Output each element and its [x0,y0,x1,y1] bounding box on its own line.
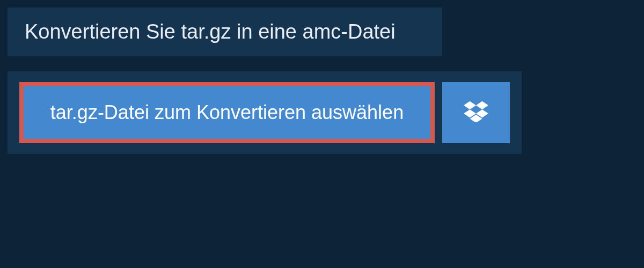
select-file-button[interactable]: tar.gz-Datei zum Konvertieren auswählen [19,82,435,143]
page-container: Konvertieren Sie tar.gz in eine amc-Date… [0,0,644,154]
page-title: Konvertieren Sie tar.gz in eine amc-Date… [25,20,425,43]
dropbox-button[interactable] [442,82,510,143]
dropbox-icon [464,101,488,124]
upload-panel: tar.gz-Datei zum Konvertieren auswählen [8,71,522,154]
header-bar: Konvertieren Sie tar.gz in eine amc-Date… [8,8,442,56]
select-file-label: tar.gz-Datei zum Konvertieren auswählen [50,101,404,124]
